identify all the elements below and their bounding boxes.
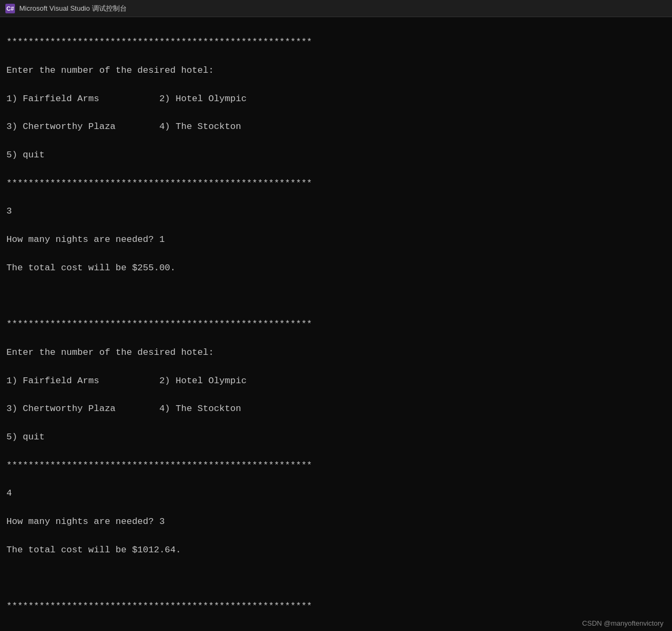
title-bar-text: Microsoft Visual Studio 调试控制台 <box>19 4 127 13</box>
footer-text: CSDN @manyoftenvictory <box>582 619 663 627</box>
divider-1: ****************************************… <box>6 37 312 47</box>
divider-5: ****************************************… <box>6 601 312 611</box>
option3-1: 3) Chertworthy Plaza 4) The Stockton <box>6 121 241 132</box>
console-area: ****************************************… <box>0 17 672 631</box>
divider-2: ****************************************… <box>6 178 312 188</box>
nights-2: How many nights are needed? 3 <box>6 516 165 527</box>
prompt-1: Enter the number of the desired hotel: <box>6 65 214 75</box>
option3-2: 3) Chertworthy Plaza 4) The Stockton <box>6 404 241 414</box>
total-2: The total cost will be $1012.64. <box>6 545 181 555</box>
nights-1: How many nights are needed? 1 <box>6 234 165 245</box>
option5-2: 5) quit <box>6 432 44 442</box>
footer-bar: CSDN @manyoftenvictory <box>0 615 672 631</box>
app-icon: C# <box>5 4 15 13</box>
title-bar: C# Microsoft Visual Studio 调试控制台 <box>0 0 672 17</box>
blank-2 <box>6 573 12 583</box>
total-1: The total cost will be $255.00. <box>6 263 175 273</box>
prompt-2: Enter the number of the desired hotel: <box>6 347 214 358</box>
blank-1 <box>6 291 12 301</box>
option1-1: 1) Fairfield Arms 2) Hotel Olympic <box>6 94 247 104</box>
divider-3: ****************************************… <box>6 319 312 329</box>
option5-1: 5) quit <box>6 150 44 160</box>
input-1: 3 <box>6 206 12 216</box>
input-2: 4 <box>6 488 12 498</box>
divider-4: ****************************************… <box>6 460 312 470</box>
option1-2: 1) Fairfield Arms 2) Hotel Olympic <box>6 376 247 386</box>
